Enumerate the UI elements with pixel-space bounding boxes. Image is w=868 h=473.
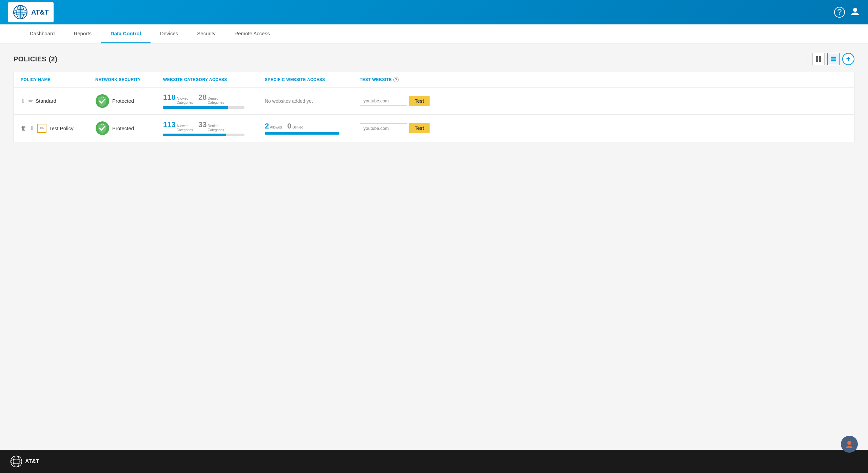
spec-allowed-count: 2 xyxy=(265,122,269,131)
test-website-standard: Test xyxy=(360,96,434,106)
svg-rect-11 xyxy=(831,59,836,60)
user-icon[interactable] xyxy=(850,6,860,18)
nav-dashboard[interactable]: Dashboard xyxy=(20,24,64,43)
test-input-standard[interactable] xyxy=(360,96,407,106)
svg-point-15 xyxy=(11,456,22,467)
protected-label-test: Protected xyxy=(112,125,134,131)
main-content: POLICIES (2) xyxy=(0,43,868,450)
shield-protected-icon-test xyxy=(95,121,110,135)
allowed-label-test: AllowedCategories xyxy=(177,124,193,132)
specific-bar-fill-test xyxy=(265,132,339,135)
shield-protected-icon-standard xyxy=(95,94,110,108)
footer-att-text: AT&T xyxy=(25,458,39,465)
policies-title: POLICIES (2) xyxy=(14,55,57,63)
nav-reports[interactable]: Reports xyxy=(64,24,101,43)
nav-devices[interactable]: Devices xyxy=(151,24,188,43)
att-globe-icon xyxy=(13,5,28,20)
spec-denied-label: Denied xyxy=(293,125,303,130)
col-test-website: TEST WEBSITE ? xyxy=(360,77,434,82)
denied-count-test: 33 xyxy=(198,120,206,129)
specific-bar-test xyxy=(265,132,339,135)
svg-point-16 xyxy=(13,456,19,467)
cat-numbers-standard: 118 AllowedCategories 28 DeniedCategorie… xyxy=(163,93,265,105)
col-policy-name: POLICY NAME xyxy=(21,77,95,82)
category-bar-fill-test xyxy=(163,134,226,136)
col-website-cat: WEBSITE CATEGORY ACCESS xyxy=(163,77,265,82)
svg-rect-7 xyxy=(819,56,821,59)
app-footer: AT&T xyxy=(0,450,868,473)
specific-counts-test: 2 Allowed 0 Denied xyxy=(265,122,360,135)
category-bar-test xyxy=(163,134,244,136)
specific-web-test: 2 Allowed 0 Denied xyxy=(265,122,360,135)
network-security-test: Protected xyxy=(95,121,163,135)
svg-point-17 xyxy=(11,459,22,464)
grid-view-button[interactable] xyxy=(812,53,825,65)
view-controls xyxy=(807,53,840,65)
policy-name-cell-standard: ⇩ ✏ Standard xyxy=(21,97,95,105)
chat-icon xyxy=(845,439,854,449)
svg-point-18 xyxy=(847,441,851,445)
svg-rect-10 xyxy=(831,57,836,58)
help-icon[interactable]: ? xyxy=(834,7,845,18)
test-website-help-icon[interactable]: ? xyxy=(393,77,399,82)
download-icon-test[interactable]: ⇩ xyxy=(29,124,35,132)
category-bar-standard xyxy=(163,106,244,109)
table-row: ⇩ ✏ Standard Protected 118 A xyxy=(14,87,854,115)
col-network-security: NETWORK SECURITY xyxy=(95,77,163,82)
policy-name-standard: Standard xyxy=(36,98,56,104)
allowed-count-standard: 118 xyxy=(163,93,176,102)
footer-globe-icon xyxy=(10,455,22,468)
policy-name-test: Test Policy xyxy=(49,125,74,131)
policy-name-cell-test: 🗑 ⇩ ✏ Test Policy xyxy=(21,124,95,133)
add-policy-button[interactable]: + xyxy=(842,53,854,65)
header-icons: ? xyxy=(834,6,860,18)
nav-security[interactable]: Security xyxy=(188,24,225,43)
website-cat-test: 113 AllowedCategories 33 DeniedCategorie… xyxy=(163,120,265,136)
protected-label-standard: Protected xyxy=(112,98,134,104)
cat-numbers-test: 113 AllowedCategories 33 DeniedCategorie… xyxy=(163,120,265,132)
denied-label-standard: DeniedCategories xyxy=(208,97,224,105)
test-button-test[interactable]: Test xyxy=(409,123,430,133)
website-cat-standard: 118 AllowedCategories 28 DeniedCategorie… xyxy=(163,93,265,109)
delete-icon-test[interactable]: 🗑 xyxy=(21,125,27,132)
table-row: 🗑 ⇩ ✏ Test Policy Protected 113 xyxy=(14,115,854,142)
spec-denied-count: 0 xyxy=(287,122,291,131)
test-input-test[interactable] xyxy=(360,123,407,133)
spec-nums-test: 2 Allowed 0 Denied xyxy=(265,122,360,131)
denied-label-test: DeniedCategories xyxy=(208,124,224,132)
list-icon xyxy=(830,56,836,62)
edit-icon-standard[interactable]: ✏ xyxy=(28,98,33,104)
nav-remote-access[interactable]: Remote Access xyxy=(225,24,279,43)
table-header: POLICY NAME NETWORK SECURITY WEBSITE CAT… xyxy=(14,72,854,87)
svg-rect-9 xyxy=(819,59,821,62)
allowed-count-test: 113 xyxy=(163,120,176,129)
col-specific-web: SPECIFIC WEBSITE ACCESS xyxy=(265,77,360,82)
download-icon-standard[interactable]: ⇩ xyxy=(21,97,26,105)
policies-table: POLICY NAME NETWORK SECURITY WEBSITE CAT… xyxy=(14,72,854,142)
edit-icon-box-test[interactable]: ✏ xyxy=(37,124,46,133)
svg-rect-8 xyxy=(816,59,818,62)
nav-data-control[interactable]: Data Control xyxy=(101,24,151,43)
network-security-standard: Protected xyxy=(95,94,163,108)
specific-web-standard: No websites added yet xyxy=(265,98,360,104)
test-website-test: Test xyxy=(360,123,434,133)
list-view-button[interactable] xyxy=(827,53,840,65)
denied-count-standard: 28 xyxy=(198,93,206,102)
svg-point-5 xyxy=(853,8,857,12)
policies-header: POLICIES (2) xyxy=(14,53,854,65)
svg-rect-12 xyxy=(831,60,836,61)
chat-bubble[interactable] xyxy=(841,436,858,453)
category-bar-fill-standard xyxy=(163,106,228,109)
spec-allowed-label: Allowed xyxy=(270,125,282,130)
att-logo-text: AT&T xyxy=(31,8,49,16)
app-header: AT&T ? xyxy=(0,0,868,24)
logo-area: AT&T xyxy=(8,2,54,22)
grid-icon xyxy=(815,56,822,62)
nav-bar: Dashboard Reports Data Control Devices S… xyxy=(0,24,868,43)
svg-rect-6 xyxy=(816,56,818,59)
test-button-standard[interactable]: Test xyxy=(409,96,430,106)
footer-logo: AT&T xyxy=(10,455,39,468)
allowed-label-standard: AllowedCategories xyxy=(177,97,193,105)
